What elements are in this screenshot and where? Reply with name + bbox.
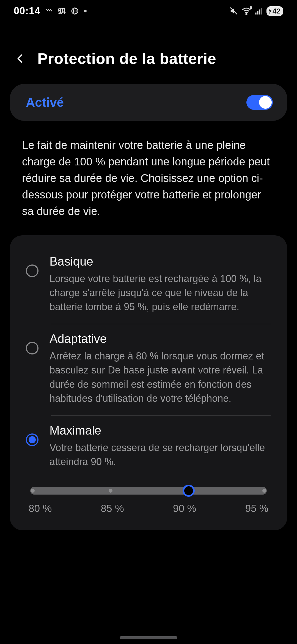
option-max[interactable]: Maximale Votre batterie cessera de se re… — [13, 416, 284, 479]
radio-adaptive[interactable] — [26, 342, 38, 354]
header: Protection de la batterie — [0, 22, 297, 84]
slider-label-0: 80 % — [29, 503, 52, 514]
radio-basic[interactable] — [26, 264, 38, 277]
svg-line-2 — [50, 9, 52, 11]
toggle-knob — [259, 96, 272, 109]
option-adaptive-desc: Arrêtez la charge à 80 % lorsque vous do… — [50, 349, 273, 405]
options-card: Basique Lorsque votre batterie est recha… — [10, 235, 287, 530]
wifi-badge: 6 — [250, 5, 252, 10]
screen: 00:14 𝕸 — [0, 0, 297, 644]
battery-indicator: 42 — [266, 6, 283, 16]
status-bar: 00:14 𝕸 — [0, 0, 297, 22]
slider-label-2: 90 % — [173, 503, 196, 514]
radio-max[interactable] — [26, 433, 38, 446]
bars-icon — [45, 7, 53, 15]
svg-line-0 — [46, 9, 48, 11]
description-text: Le fait de maintenir votre batterie à un… — [0, 121, 297, 219]
globe-icon — [71, 7, 79, 15]
option-adaptive-body: Adaptative Arrêtez la charge à 80 % lors… — [50, 332, 273, 405]
slider-label-1: 85 % — [101, 503, 124, 514]
status-clock: 00:14 — [14, 5, 40, 17]
option-max-body: Maximale Votre batterie cessera de se re… — [50, 424, 273, 469]
page-title: Protection de la batterie — [37, 50, 216, 67]
enabled-card: Activé — [10, 84, 287, 121]
option-adaptive-title: Adaptative — [50, 332, 273, 346]
m-logo-icon: 𝕸 — [58, 6, 66, 16]
option-max-desc: Votre batterie cessera de se recharger l… — [50, 441, 273, 469]
slider-thumb[interactable] — [183, 485, 195, 497]
option-adaptive[interactable]: Adaptative Arrêtez la charge à 80 % lors… — [13, 324, 284, 415]
svg-rect-10 — [259, 9, 260, 14]
status-left: 00:14 𝕸 — [14, 5, 87, 17]
option-basic-desc: Lorsque votre batterie est rechargée à 1… — [50, 272, 273, 314]
svg-point-7 — [246, 13, 247, 15]
wifi-icon: 6 — [242, 7, 251, 15]
enabled-toggle[interactable] — [246, 95, 273, 110]
back-button[interactable] — [13, 51, 28, 66]
battery-level: 42 — [273, 7, 280, 15]
slider-tick-1 — [109, 489, 112, 493]
mute-icon — [230, 7, 238, 15]
status-right: 6 42 — [230, 6, 283, 16]
slider-tick-0 — [31, 489, 35, 493]
option-basic[interactable]: Basique Lorsque votre batterie est recha… — [13, 247, 284, 324]
max-slider-wrap: 80 % 85 % 90 % 95 % — [13, 479, 284, 514]
max-slider[interactable] — [30, 487, 267, 495]
status-dot-icon — [84, 10, 87, 12]
home-indicator[interactable] — [120, 636, 177, 639]
slider-label-3: 95 % — [245, 503, 268, 514]
option-max-title: Maximale — [50, 424, 273, 437]
slider-tick-3 — [262, 489, 266, 493]
slider-labels: 80 % 85 % 90 % 95 % — [28, 503, 269, 514]
svg-rect-9 — [257, 11, 258, 15]
option-basic-title: Basique — [50, 255, 273, 268]
svg-line-1 — [48, 9, 50, 11]
option-basic-body: Basique Lorsque votre batterie est recha… — [50, 255, 273, 314]
enabled-label: Activé — [26, 95, 64, 110]
chevron-left-icon — [15, 52, 26, 65]
svg-rect-11 — [261, 8, 262, 15]
signal-icon — [255, 7, 263, 15]
svg-rect-8 — [255, 13, 256, 15]
